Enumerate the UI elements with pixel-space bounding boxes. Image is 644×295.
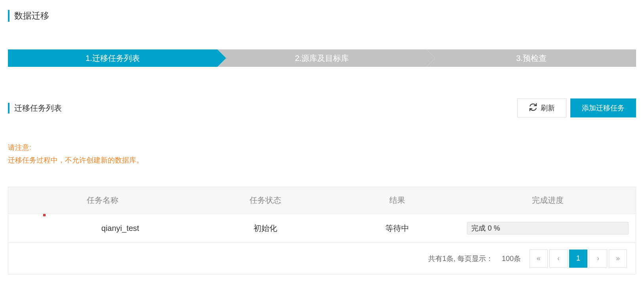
col-task-status: 任务状态 — [196, 187, 334, 214]
notice-title: 请注意: — [8, 141, 636, 154]
pagination-summary-suffix: 条, 每页显示： — [446, 255, 493, 263]
table-row[interactable]: qianyi_test 初始化 等待中 完成 0 % — [8, 214, 636, 242]
pagination-total: 1 — [442, 255, 446, 263]
page-title: 数据迁移 — [8, 10, 636, 22]
col-task-name: 任务名称 — [8, 187, 196, 214]
task-table-container: 任务名称 任务状态 结果 完成进度 qianyi_test 初始化 等待中 完成… — [8, 187, 636, 275]
wizard-steps: 1.迁移任务列表 2.源库及目标库 3.预检查 — [8, 49, 636, 67]
pager-last-button[interactable]: » — [609, 250, 627, 268]
pager-prev-button[interactable]: ‹ — [549, 250, 568, 268]
page-size-value: 100条 — [502, 254, 521, 263]
step-precheck[interactable]: 3.预检查 — [427, 49, 636, 67]
pagination-summary: 共有1条, 每页显示： — [428, 254, 493, 263]
cell-task-status: 初始化 — [196, 214, 334, 242]
notice-body: 迁移任务过程中，不允许创建新的数据库。 — [8, 154, 636, 166]
step-source-target[interactable]: 2.源库及目标库 — [217, 49, 427, 67]
pager-page-button[interactable]: 1 — [569, 250, 587, 268]
refresh-icon — [529, 103, 537, 113]
add-task-button[interactable]: 添加迁移任务 — [570, 98, 636, 117]
section-title: 迁移任务列表 — [8, 103, 62, 113]
cell-task-result: 等待中 — [335, 214, 460, 242]
notice: 请注意: 迁移任务过程中，不允许创建新的数据库。 — [8, 141, 636, 167]
step-label: 2.源库及目标库 — [295, 53, 349, 64]
refresh-button[interactable]: 刷新 — [517, 98, 566, 117]
progress-bar: 完成 0 % — [467, 222, 629, 234]
refresh-button-label: 刷新 — [541, 103, 555, 113]
pager: « ‹ 1 › » — [530, 250, 627, 268]
cell-task-name: qianyi_test — [8, 214, 196, 242]
add-task-button-label: 添加迁移任务 — [582, 103, 625, 113]
progress-label: 完成 0 % — [471, 223, 500, 233]
pagination: 共有1条, 每页显示： 100条 « ‹ 1 › » — [17, 250, 627, 268]
section-actions: 刷新 添加迁移任务 — [517, 98, 636, 117]
cell-task-progress: 完成 0 % — [460, 214, 636, 242]
step-label: 3.预检查 — [516, 53, 547, 64]
pager-first-button[interactable]: « — [530, 250, 548, 268]
step-label: 1.迁移任务列表 — [86, 53, 140, 64]
pager-next-button[interactable]: › — [589, 250, 607, 268]
col-task-progress: 完成进度 — [460, 187, 636, 214]
col-task-result: 结果 — [335, 187, 460, 214]
step-task-list[interactable]: 1.迁移任务列表 — [8, 49, 217, 67]
task-table: 任务名称 任务状态 结果 完成进度 qianyi_test 初始化 等待中 完成… — [8, 187, 636, 274]
pagination-summary-prefix: 共有 — [428, 255, 442, 263]
